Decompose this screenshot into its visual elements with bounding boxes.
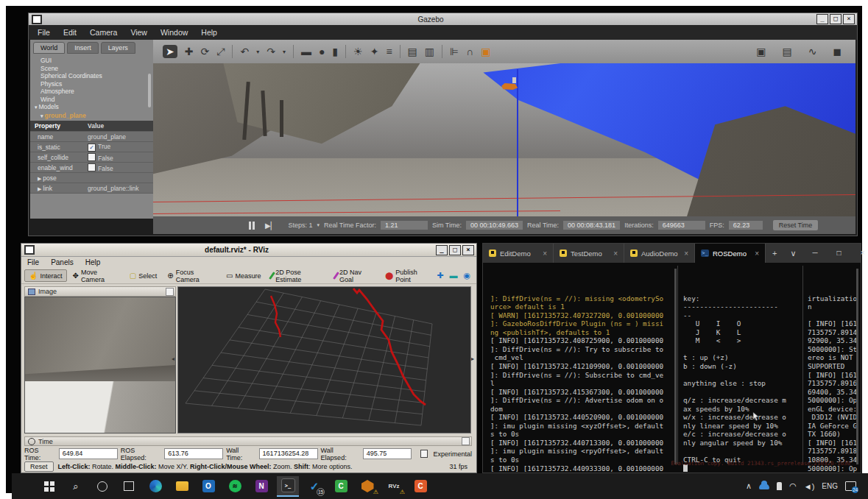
rviz-close-button[interactable]: ×	[462, 245, 474, 255]
tab-layers[interactable]: Layers	[101, 42, 135, 54]
check-app-icon[interactable]: ✓15	[303, 476, 325, 497]
reset-button[interactable]: Reset	[24, 461, 54, 472]
table-row[interactable]: pose	[30, 173, 153, 183]
tool-properties-button[interactable]: ◉	[463, 271, 470, 280]
redo-dropdown-icon[interactable]: ▾	[283, 49, 286, 55]
move-camera-tool[interactable]: ✥Move Camera	[68, 266, 124, 286]
gazebo-menu-item[interactable]: Help	[201, 28, 217, 37]
tree-item[interactable]: GUI	[40, 57, 153, 65]
tab-dropdown-button[interactable]: ∨	[783, 249, 802, 258]
gazebo-menu-item[interactable]: Edit	[63, 28, 77, 37]
rviz-menu-item[interactable]: Help	[85, 258, 101, 266]
cylinder-shape-icon[interactable]: ▮	[332, 46, 338, 57]
pane-scrollbar[interactable]	[856, 269, 858, 464]
gazebo-titlebar[interactable]: Gazebo _ □ ×	[29, 13, 857, 25]
panel-resize-right-icon[interactable]: ▸	[471, 355, 474, 362]
gazebo-maximize-button[interactable]: □	[830, 14, 841, 24]
clion-icon[interactable]: C	[409, 476, 431, 497]
remove-tool-button[interactable]: ▬	[449, 271, 457, 280]
translate-tool-icon[interactable]: ✚	[185, 46, 194, 57]
snap-icon[interactable]: ∩	[466, 46, 473, 57]
tab-editdemo[interactable]: EditDemo×	[483, 244, 554, 263]
close-tab-icon[interactable]: ×	[613, 250, 618, 258]
box-shape-icon[interactable]: ▬	[301, 46, 311, 57]
gazebo-menu-item[interactable]: View	[130, 28, 147, 37]
scale-tool-icon[interactable]: ⤢	[216, 46, 225, 58]
checkbox-checked[interactable]: ✓	[88, 144, 96, 152]
copy-icon[interactable]: ▤	[408, 46, 417, 57]
reset-time-button[interactable]: Reset Time	[773, 220, 819, 230]
tree-scrollbar[interactable]	[148, 74, 151, 107]
camtasia-icon[interactable]: C	[330, 476, 352, 497]
close-tab-icon[interactable]: ×	[543, 250, 547, 258]
checkbox-unchecked[interactable]	[88, 153, 96, 161]
prop-link-label[interactable]: link	[30, 185, 88, 192]
new-tab-button[interactable]: +	[766, 249, 783, 258]
pane-divider[interactable]	[677, 266, 678, 464]
pose-estimate-tool[interactable]: 2D Pose Estimate	[267, 266, 329, 286]
task-view-icon[interactable]	[118, 476, 140, 497]
undo-icon[interactable]: ↶	[240, 46, 249, 57]
terminal-close-button[interactable]: ×	[851, 244, 868, 263]
table-row[interactable]: link ground_plane::link	[30, 183, 153, 194]
log-record-icon[interactable]: ▤	[782, 46, 791, 57]
experimental-checkbox[interactable]	[420, 450, 428, 458]
wall-time-field[interactable]: 1617136254.28	[259, 448, 318, 459]
gazebo-close-button[interactable]: ×	[843, 14, 855, 24]
gazebo-minimize-button[interactable]: _	[816, 14, 828, 24]
ros-elapsed-field[interactable]: 613.76	[164, 448, 223, 459]
ros-time-field[interactable]: 649.84	[59, 448, 118, 459]
directional-light-icon[interactable]: ≡	[386, 46, 392, 57]
onenote-icon[interactable]: N	[250, 476, 272, 497]
point-light-icon[interactable]: ☀	[353, 46, 363, 57]
pause-icon[interactable]	[249, 222, 255, 230]
gazebo-menu-item[interactable]: Window	[160, 28, 188, 37]
rviz-3d-view[interactable]	[177, 286, 471, 433]
terminal-minimize-button[interactable]: ─	[803, 244, 828, 263]
tab-insert[interactable]: Insert	[67, 42, 99, 54]
video-record-icon[interactable]: ◼	[833, 46, 841, 57]
interact-tool[interactable]: ☝Interact	[24, 269, 67, 282]
measure-tool[interactable]: ▭Measure	[222, 269, 265, 282]
tree-item[interactable]: Atmosphere	[40, 88, 153, 96]
select-tool-icon[interactable]: ➤	[163, 45, 177, 58]
tray-expand-icon[interactable]: ∧	[746, 481, 752, 491]
checkbox-unchecked[interactable]	[88, 163, 96, 171]
prop-pose-label[interactable]: pose	[30, 174, 88, 182]
table-row[interactable]: self_collide False	[30, 152, 153, 163]
rotate-tool-icon[interactable]: ⟳	[200, 46, 209, 57]
close-tab-icon[interactable]: ×	[755, 250, 759, 258]
undo-dropdown-icon[interactable]: ▾	[256, 49, 259, 55]
spotify-icon[interactable]: ≋	[224, 476, 246, 497]
view-angle-icon[interactable]: ▣	[481, 46, 490, 57]
time-panel-detach-button[interactable]	[462, 437, 470, 445]
gazebo-taskbar-icon[interactable]: ⚠	[356, 476, 378, 497]
select-tool[interactable]: ▢Select	[125, 269, 161, 282]
step-icon[interactable]: ▶▏	[265, 222, 276, 230]
rviz-maximize-button[interactable]: □	[449, 245, 461, 255]
tree-item[interactable]: Scene	[40, 65, 153, 73]
terminal-pane-middle[interactable]: key:------------------------- U I O J K …	[683, 269, 794, 489]
tab-audiodemo[interactable]: AudioDemo×	[624, 244, 695, 263]
image-panel-detach-button[interactable]	[166, 288, 174, 296]
panel-resize-left-icon[interactable]: ◂	[172, 355, 174, 362]
outlook-icon[interactable]: O	[197, 476, 219, 497]
tree-item[interactable]: Wind	[40, 96, 153, 104]
table-row[interactable]: name ground_plane	[30, 132, 153, 142]
tree-item[interactable]: Models	[35, 103, 153, 112]
rviz-menu-item[interactable]: Panels	[51, 258, 74, 266]
rviz-minimize-button[interactable]: _	[436, 245, 448, 255]
gazebo-menu-item[interactable]: File	[38, 28, 50, 37]
edge-icon[interactable]	[144, 476, 166, 497]
publish-point-tool[interactable]: ⬤Publish Point	[381, 266, 435, 286]
camera-image-view[interactable]	[24, 297, 176, 433]
start-button[interactable]	[38, 476, 60, 497]
terminal-taskbar-icon[interactable]: >_	[277, 476, 299, 497]
notification-icon[interactable]: 24	[845, 481, 856, 491]
table-row[interactable]: is_static ✓True	[30, 142, 153, 152]
wifi-icon[interactable]: ◠	[789, 481, 797, 491]
add-tool-button[interactable]: ✚	[437, 271, 443, 280]
tab-testdemo[interactable]: TestDemo×	[554, 244, 624, 263]
cortana-icon[interactable]	[91, 476, 113, 497]
pane-divider[interactable]	[802, 266, 803, 464]
